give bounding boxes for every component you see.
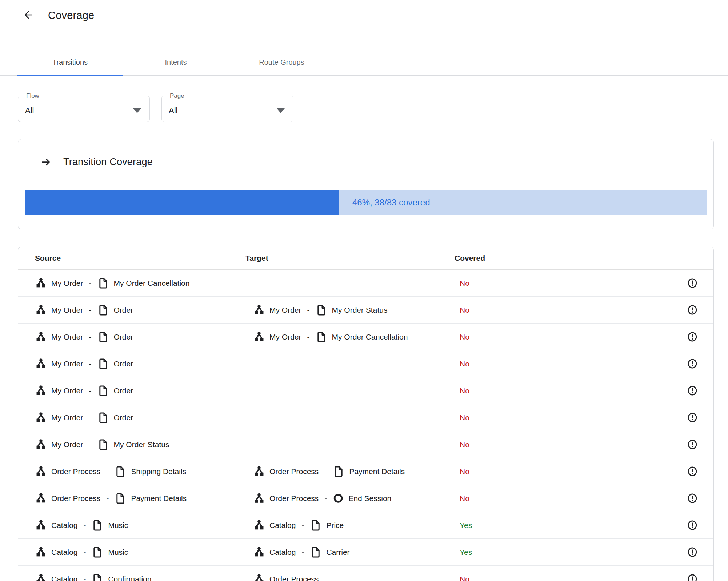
back-button[interactable] [20,7,36,23]
flow-icon [253,519,265,531]
page-name: My Order Cancellation [332,333,408,341]
page-select[interactable]: Page All [161,96,293,122]
page-name: Carrier [326,548,349,557]
source-flow-page-ref: My Order-Order [35,331,133,343]
tab-transitions[interactable]: Transitions [17,49,123,75]
page-icon [91,573,104,581]
info-icon[interactable] [687,465,698,478]
flow-name: Order Process [51,467,100,476]
target-flow-page-ref: Order Process-End Session [253,492,391,504]
covered-value: No [460,440,469,449]
info-icon[interactable] [687,546,698,558]
app-header: Coverage [0,0,728,31]
page-icon [97,385,109,397]
page-icon [315,304,328,316]
page-name: My Order Status [332,306,388,314]
covered-value: No [460,306,469,314]
info-icon[interactable] [687,412,698,424]
flow-name: My Order [51,360,83,368]
covered-value: Yes [460,548,472,557]
source-cell: Catalog-Music [35,519,128,532]
page-icon [332,465,345,478]
dash-separator: - [89,440,92,449]
covered-value: No [460,360,469,368]
dash-separator: - [89,279,92,288]
target-cell: My Order-My Order Status [253,304,387,316]
table-row: Order Process-Payment DetailsOrder Proce… [18,485,713,512]
table-row: Catalog-MusicCatalog-PriceYes [18,512,713,539]
page-icon [114,465,127,478]
column-header-target: Target [245,254,268,263]
page-name: Order [114,386,133,395]
target-cell: Catalog-Price [253,519,344,532]
dash-separator: - [89,413,92,422]
source-flow-page-ref: My Order-Order [35,304,133,316]
source-cell: My Order-My Order Cancellation [35,277,189,289]
table-row: My Order-OrderMy Order-My Order StatusNo [18,297,713,324]
page-name: Order [114,360,133,368]
source-cell: My Order-Order [35,358,133,370]
dash-separator: - [83,521,86,530]
filters: Flow All Page All [18,96,728,122]
flow-select[interactable]: Flow All [18,96,150,122]
target-cell: Order Process-Payment Details [253,465,405,478]
flow-select-value: All [25,106,34,115]
flow-icon [35,331,47,343]
page-title: Coverage [48,9,94,21]
flow-name: My Order [51,333,83,341]
page-icon [97,331,109,343]
table-row: My Order-OrderMy Order-My Order Cancella… [18,324,713,350]
flow-icon [35,438,47,450]
page-select-label: Page [167,92,187,100]
flow-name: Order Process [51,494,100,503]
source-cell: My Order-Order [35,412,133,424]
info-icon[interactable] [687,331,698,343]
page-name: Music [108,521,128,530]
page-name: Order [114,306,133,314]
dash-separator: - [89,360,92,368]
covered-value: No [460,575,469,581]
flow-icon [35,546,47,558]
flow-name: Order Process [269,575,319,581]
info-icon[interactable] [687,385,698,397]
page-icon [309,519,322,532]
covered-value: No [460,494,469,503]
table-row: My Order-OrderNo [18,377,713,404]
dash-separator: - [324,467,327,476]
flow-icon [35,412,47,424]
info-icon[interactable] [687,519,698,532]
dash-separator: - [307,306,310,314]
tab-route-groups[interactable]: Route Groups [229,49,335,75]
flow-icon [253,331,265,343]
tab-bar: Transitions Intents Route Groups [0,49,728,76]
target-flow-page-ref: Order Process-Payment Details [253,465,405,478]
target-flow-page-ref: Catalog-Carrier [253,546,350,558]
info-icon[interactable] [687,438,698,451]
info-icon[interactable] [687,277,698,289]
dash-separator: - [307,333,310,341]
source-cell: My Order-My Order Status [35,438,169,451]
info-icon[interactable] [687,492,698,505]
page-name: Shipping Details [131,467,186,476]
info-icon[interactable] [687,358,698,370]
page-name: Confirmation [108,575,151,581]
arrow-right-icon [40,156,52,168]
tab-intents[interactable]: Intents [123,49,229,75]
dash-separator: - [301,548,304,557]
page-name: Order [114,413,133,422]
table-row: Order Process-Shipping DetailsOrder Proc… [18,458,713,485]
table-row: My Order-OrderNo [18,350,713,377]
flow-name: Catalog [51,548,77,557]
source-flow-page-ref: Order Process-Payment Details [35,492,187,505]
dash-separator: - [83,575,86,581]
flow-icon [35,358,47,370]
source-flow-page-ref: Order Process-Shipping Details [35,465,186,478]
info-icon[interactable] [687,573,698,581]
info-icon[interactable] [687,304,698,316]
page-name: Payment Details [349,467,405,476]
flow-name: Catalog [269,548,296,557]
source-flow-page-ref: Catalog-Confirmation [35,573,151,581]
dash-separator: - [301,521,304,530]
coverage-card-header: Transition Coverage [18,139,713,168]
source-cell: Order Process-Payment Details [35,492,187,505]
